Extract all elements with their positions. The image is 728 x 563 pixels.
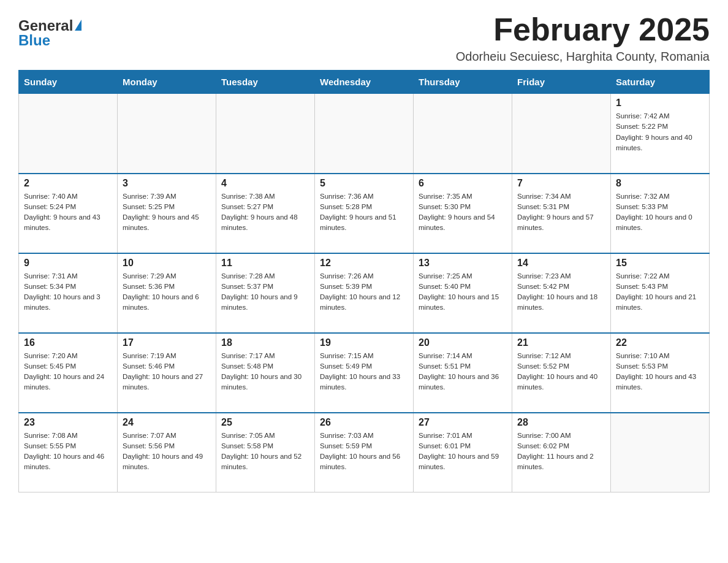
day-number: 6 [419,178,507,189]
header-friday: Friday [512,71,611,94]
calendar-cell [414,94,512,174]
day-info: Sunrise: 7:35 AM Sunset: 5:30 PM Dayligh… [419,191,507,234]
calendar-cell: 8Sunrise: 7:32 AM Sunset: 5:33 PM Daylig… [611,174,710,253]
day-number: 28 [517,417,605,428]
calendar-cell: 23Sunrise: 7:08 AM Sunset: 5:55 PM Dayli… [19,413,118,492]
calendar-cell [315,94,414,174]
day-number: 15 [616,258,704,269]
calendar-cell: 15Sunrise: 7:22 AM Sunset: 5:43 PM Dayli… [611,253,710,333]
day-info: Sunrise: 7:15 AM Sunset: 5:49 PM Dayligh… [320,351,408,393]
calendar-cell: 13Sunrise: 7:25 AM Sunset: 5:40 PM Dayli… [414,253,512,333]
day-info: Sunrise: 7:39 AM Sunset: 5:25 PM Dayligh… [123,191,211,234]
day-info: Sunrise: 7:00 AM Sunset: 6:02 PM Dayligh… [517,431,605,473]
day-number: 13 [419,258,507,269]
day-number: 18 [221,337,309,348]
day-info: Sunrise: 7:42 AM Sunset: 5:22 PM Dayligh… [616,111,704,153]
day-number: 21 [517,337,605,348]
day-info: Sunrise: 7:12 AM Sunset: 5:52 PM Dayligh… [517,351,605,393]
calendar-cell: 18Sunrise: 7:17 AM Sunset: 5:48 PM Dayli… [216,333,315,413]
day-info: Sunrise: 7:08 AM Sunset: 5:55 PM Dayligh… [24,431,112,473]
day-info: Sunrise: 7:20 AM Sunset: 5:45 PM Dayligh… [24,351,112,393]
calendar-cell: 17Sunrise: 7:19 AM Sunset: 5:46 PM Dayli… [118,333,216,413]
logo-text-blue: Blue [18,32,50,48]
calendar-cell: 26Sunrise: 7:03 AM Sunset: 5:59 PM Dayli… [315,413,414,492]
day-number: 27 [419,417,507,428]
day-info: Sunrise: 7:38 AM Sunset: 5:27 PM Dayligh… [221,191,309,234]
day-info: Sunrise: 7:32 AM Sunset: 5:33 PM Dayligh… [616,191,704,234]
calendar-cell: 3Sunrise: 7:39 AM Sunset: 5:25 PM Daylig… [118,174,216,253]
calendar-cell: 10Sunrise: 7:29 AM Sunset: 5:36 PM Dayli… [118,253,216,333]
day-number: 20 [419,337,507,348]
calendar-cell: 7Sunrise: 7:34 AM Sunset: 5:31 PM Daylig… [512,174,611,253]
header-tuesday: Tuesday [216,71,315,94]
day-number: 22 [616,337,704,348]
calendar-cell: 5Sunrise: 7:36 AM Sunset: 5:28 PM Daylig… [315,174,414,253]
calendar-cell: 16Sunrise: 7:20 AM Sunset: 5:45 PM Dayli… [19,333,118,413]
day-number: 5 [320,178,408,189]
day-info: Sunrise: 7:26 AM Sunset: 5:39 PM Dayligh… [320,271,408,313]
calendar-week-row: 23Sunrise: 7:08 AM Sunset: 5:55 PM Dayli… [19,413,710,492]
calendar-cell: 12Sunrise: 7:26 AM Sunset: 5:39 PM Dayli… [315,253,414,333]
calendar-cell: 22Sunrise: 7:10 AM Sunset: 5:53 PM Dayli… [611,333,710,413]
calendar-cell: 28Sunrise: 7:00 AM Sunset: 6:02 PM Dayli… [512,413,611,492]
calendar-cell: 2Sunrise: 7:40 AM Sunset: 5:24 PM Daylig… [19,174,118,253]
day-number: 17 [123,337,211,348]
day-number: 3 [123,178,211,189]
day-number: 25 [221,417,309,428]
day-info: Sunrise: 7:22 AM Sunset: 5:43 PM Dayligh… [616,271,704,313]
day-number: 24 [123,417,211,428]
day-number: 1 [616,98,704,109]
calendar-cell: 4Sunrise: 7:38 AM Sunset: 5:27 PM Daylig… [216,174,315,253]
calendar-cell [512,94,611,174]
day-info: Sunrise: 7:34 AM Sunset: 5:31 PM Dayligh… [517,191,605,234]
calendar-week-row: 2Sunrise: 7:40 AM Sunset: 5:24 PM Daylig… [19,174,710,253]
day-info: Sunrise: 7:17 AM Sunset: 5:48 PM Dayligh… [221,351,309,393]
calendar-body: 1Sunrise: 7:42 AM Sunset: 5:22 PM Daylig… [19,94,710,492]
day-number: 10 [123,258,211,269]
calendar-week-row: 9Sunrise: 7:31 AM Sunset: 5:34 PM Daylig… [19,253,710,333]
calendar-cell: 1Sunrise: 7:42 AM Sunset: 5:22 PM Daylig… [611,94,710,174]
day-info: Sunrise: 7:07 AM Sunset: 5:56 PM Dayligh… [123,431,211,473]
day-number: 9 [24,258,112,269]
calendar-week-row: 16Sunrise: 7:20 AM Sunset: 5:45 PM Dayli… [19,333,710,413]
calendar-cell: 27Sunrise: 7:01 AM Sunset: 6:01 PM Dayli… [414,413,512,492]
day-info: Sunrise: 7:40 AM Sunset: 5:24 PM Dayligh… [24,191,112,234]
day-number: 7 [517,178,605,189]
day-info: Sunrise: 7:25 AM Sunset: 5:40 PM Dayligh… [419,271,507,313]
day-info: Sunrise: 7:29 AM Sunset: 5:36 PM Dayligh… [123,271,211,313]
day-number: 2 [24,178,112,189]
day-number: 4 [221,178,309,189]
weekday-header-row: Sunday Monday Tuesday Wednesday Thursday… [19,71,710,94]
calendar-cell: 6Sunrise: 7:35 AM Sunset: 5:30 PM Daylig… [414,174,512,253]
day-number: 23 [24,417,112,428]
calendar-cell: 9Sunrise: 7:31 AM Sunset: 5:34 PM Daylig… [19,253,118,333]
calendar-cell: 19Sunrise: 7:15 AM Sunset: 5:49 PM Dayli… [315,333,414,413]
calendar-cell: 25Sunrise: 7:05 AM Sunset: 5:58 PM Dayli… [216,413,315,492]
day-number: 16 [24,337,112,348]
calendar-table: Sunday Monday Tuesday Wednesday Thursday… [18,70,710,492]
calendar-title: February 2025 [456,12,710,47]
header-saturday: Saturday [611,71,710,94]
page-header: General Blue February 2025 Odorheiu Secu… [18,12,710,64]
day-info: Sunrise: 7:05 AM Sunset: 5:58 PM Dayligh… [221,431,309,473]
day-number: 14 [517,258,605,269]
header-monday: Monday [118,71,216,94]
calendar-week-row: 1Sunrise: 7:42 AM Sunset: 5:22 PM Daylig… [19,94,710,174]
calendar-cell [118,94,216,174]
header-wednesday: Wednesday [315,71,414,94]
calendar-cell [216,94,315,174]
calendar-cell: 14Sunrise: 7:23 AM Sunset: 5:42 PM Dayli… [512,253,611,333]
day-info: Sunrise: 7:36 AM Sunset: 5:28 PM Dayligh… [320,191,408,234]
day-info: Sunrise: 7:01 AM Sunset: 6:01 PM Dayligh… [419,431,507,473]
calendar-cell: 20Sunrise: 7:14 AM Sunset: 5:51 PM Dayli… [414,333,512,413]
day-info: Sunrise: 7:31 AM Sunset: 5:34 PM Dayligh… [24,271,112,313]
logo: General Blue [18,18,82,48]
day-number: 12 [320,258,408,269]
calendar-cell: 21Sunrise: 7:12 AM Sunset: 5:52 PM Dayli… [512,333,611,413]
day-number: 11 [221,258,309,269]
day-info: Sunrise: 7:03 AM Sunset: 5:59 PM Dayligh… [320,431,408,473]
day-info: Sunrise: 7:28 AM Sunset: 5:37 PM Dayligh… [221,271,309,313]
header-sunday: Sunday [19,71,118,94]
day-number: 19 [320,337,408,348]
day-info: Sunrise: 7:10 AM Sunset: 5:53 PM Dayligh… [616,351,704,393]
